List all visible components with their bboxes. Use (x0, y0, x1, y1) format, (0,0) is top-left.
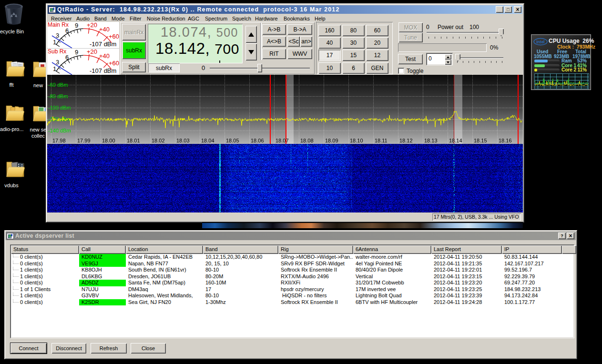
server-row-n7uju[interactable]: 1 of 1 ClientsN7UJUDM43aq17hpsdr ozy/mer… (11, 286, 573, 293)
svg-text:9: 9 (75, 49, 78, 56)
test-slider[interactable] (456, 57, 503, 58)
svg-text:9: 9 (75, 22, 78, 29)
test-button[interactable]: Test (398, 54, 423, 64)
server-row-kb8ojh[interactable]: 1 client(s)KB8OJHSouth Bend, IN (EN61vr)… (11, 267, 573, 273)
spinbox-up-button[interactable] (445, 54, 451, 60)
spinbox-down-button[interactable] (445, 60, 451, 65)
dspserver-titlebar[interactable]: Active dspserver list ? × (6, 232, 576, 240)
toggle-checkbox[interactable] (398, 68, 404, 74)
disconnect-button[interactable]: Disconnect (51, 343, 86, 354)
cell-band: 160-10M (203, 280, 278, 286)
menu-item-noise-reduction[interactable]: Noise Reduction (147, 15, 185, 22)
test-spinbox[interactable]: 0 (426, 53, 453, 65)
menu-item-filter[interactable]: Filter (130, 15, 141, 22)
menu-item-agc[interactable]: AGC (188, 15, 199, 22)
cell-last-report: 2012-04-11 19:24:28 (431, 299, 502, 306)
split-button[interactable]: Split (122, 62, 146, 72)
band-button-60[interactable]: 60 (366, 25, 388, 36)
band-button-15[interactable]: 15 (342, 50, 365, 61)
cpu-usage-gadget[interactable]: intel CPU Usage 26% Clock : 793MHz Used … (531, 34, 591, 90)
column-header-status[interactable]: Status (11, 245, 79, 254)
close-button[interactable]: × (514, 6, 521, 13)
tune-button[interactable]: Tune (398, 32, 423, 42)
test-slider-handle[interactable] (455, 54, 460, 61)
menu-item-band[interactable]: Band (94, 15, 107, 22)
menu-item-audio[interactable]: Audio (76, 15, 90, 22)
ab-button-sc[interactable]: <Sc (287, 36, 300, 47)
qtradio-titlebar[interactable]: QtRadio - Server: 184.98.232.213(Rx 0) .… (48, 5, 522, 14)
band-button-30[interactable]: 30 (342, 37, 365, 49)
server-row-ve9gj[interactable]: 0 client(s)VE9GJNapan, NB FN7720, 15, 10… (11, 261, 573, 267)
menu-item-spectrum[interactable]: Spectrum (205, 15, 227, 22)
cell-call: VE9GJ (79, 261, 126, 267)
desktop-icon-vdubs[interactable]: vdubs (0, 159, 30, 189)
dspserver-close-button[interactable]: × (567, 233, 574, 239)
connect-button[interactable]: Connect (10, 343, 47, 354)
column-header-ip[interactable]: IP (502, 245, 562, 254)
ab-button-an[interactable]: an> (300, 36, 312, 47)
mox-button[interactable]: MOX (398, 22, 423, 32)
band-button-gen[interactable]: GEN (366, 62, 388, 74)
cell-6antenna: walter-moore.com/rf (353, 254, 431, 261)
svg-text:1: 1 (53, 39, 56, 46)
frequency-display[interactable]: 18.074, 500 18.142, 700 (148, 24, 243, 63)
power-slider-handle[interactable] (499, 29, 504, 36)
band-button-17[interactable]: 17 (318, 50, 341, 61)
help-button[interactable]: ? (558, 233, 566, 239)
af-gain-slider-handle[interactable] (257, 64, 262, 72)
column-header-rig[interactable]: Rig (278, 245, 353, 254)
server-row-dl6kbg[interactable]: 1 client(s)DL6KBGDresden, JO61UB80-20MRX… (11, 273, 573, 280)
subrx-toggle[interactable]: subRx (148, 63, 180, 72)
maximize-button[interactable]: □ (504, 6, 512, 13)
menu-item-bookmarks[interactable]: Bookmarks (284, 15, 310, 22)
test-spinbox-value: 0 (429, 55, 432, 62)
server-row-ad5dz[interactable]: 0 client(s)AD5DZSanta Fe, NM (DM75ap)160… (11, 280, 573, 286)
column-header-band[interactable]: Band (203, 245, 278, 254)
menu-item-help[interactable]: Help (315, 15, 326, 22)
ab-button-ab[interactable]: A->B (262, 24, 286, 35)
band-button-40[interactable]: 40 (318, 37, 341, 49)
swr-percent-label: 0% (490, 44, 498, 51)
frequency-down-button[interactable] (245, 43, 257, 61)
ab-button-rit[interactable]: RIT (262, 49, 286, 59)
ab-button-ba[interactable]: B->A (287, 24, 312, 35)
column-header-6antenna[interactable]: 6Antenna (353, 245, 431, 254)
desktop-icon-recycle-bin[interactable]: Recycle Bin (0, 3, 28, 35)
intel-logo-icon: intel (533, 38, 548, 46)
band-button-6[interactable]: 6 (342, 62, 365, 74)
power-slider[interactable] (427, 32, 503, 33)
cell-location: DM43aq (126, 286, 203, 293)
main-rx-button[interactable]: mainRx (122, 24, 146, 40)
minimize-button[interactable]: _ (496, 6, 503, 13)
band-button-12[interactable]: 12 (366, 50, 388, 61)
menu-item-receiver[interactable]: Receiver (51, 15, 71, 22)
band-button-160[interactable]: 160 (318, 25, 341, 36)
cell-band: 1-30Mhz (203, 299, 278, 306)
svg-text:1: 1 (53, 65, 56, 72)
band-button-20[interactable]: 20 (366, 37, 388, 49)
cell-call: K2SDR (79, 299, 126, 306)
menu-item-hardware[interactable]: Hardware (255, 15, 278, 22)
frequency-up-button[interactable] (245, 26, 257, 43)
column-header-location[interactable]: Location (126, 245, 203, 254)
column-header-last-report[interactable]: Last Report (431, 245, 502, 254)
ab-button-ab[interactable]: A<>B (262, 36, 286, 47)
sub-rx-button[interactable]: subRx (122, 41, 146, 59)
ab-button-wwv[interactable]: WWV (287, 49, 312, 59)
menu-item-mode[interactable]: Mode (112, 15, 125, 22)
cell-rig: SRv9 RX BPF SDR-Widget (278, 261, 353, 267)
server-row-kd0nuz[interactable]: 0 client(s)KD0NUZCedar Rapids, IA - EN42… (11, 254, 573, 261)
refresh-button[interactable]: Refresh (91, 343, 127, 354)
menu-item-squelch[interactable]: Squelch (232, 15, 251, 22)
server-row-k2sdr[interactable]: 0 client(s)K2SDRSea Girt, NJ FN201-30Mhz… (11, 299, 573, 306)
qtradio-statusbar: 17 Mtrs(0, 2), USB, 3.3k ... Using VFO (47, 212, 523, 221)
cell-last-report: 2012-04-11 19:23:25 (431, 286, 502, 293)
close-button[interactable]: Close (131, 343, 166, 354)
column-header-call[interactable]: Call (79, 245, 126, 254)
svg-text:Sub Rx: Sub Rx (48, 49, 66, 55)
band-button-10[interactable]: 10 (318, 62, 341, 74)
waterfall-display[interactable] (47, 144, 523, 212)
server-row-g3vbv[interactable]: 1 client(s)G3VBVHalesowen, West Midlands… (11, 293, 573, 299)
spectrum-display[interactable] (47, 75, 523, 144)
band-button-80[interactable]: 80 (342, 25, 365, 36)
